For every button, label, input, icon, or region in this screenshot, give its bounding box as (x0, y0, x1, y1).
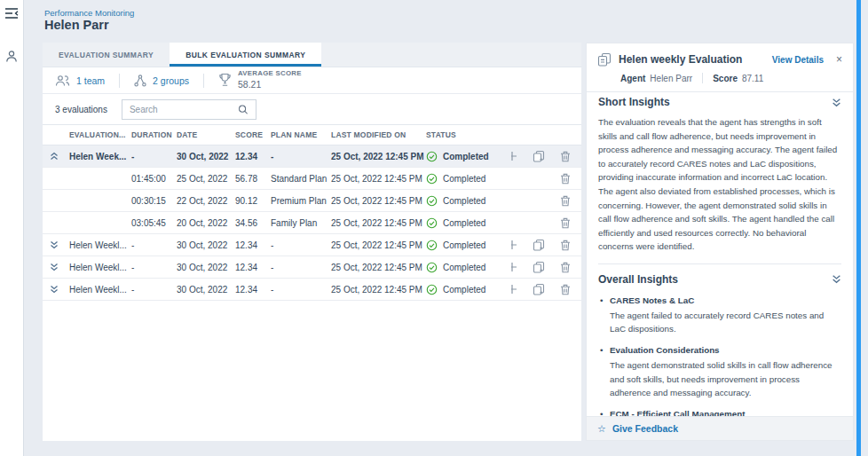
table-row[interactable]: 01:45:00 25 Oct, 2022 56.78 Standard Pla… (43, 168, 581, 190)
status-label: Completed (443, 174, 485, 184)
insight-item: ECM - Efficient Call Management The agen… (598, 409, 841, 416)
delete-evaluation-icon[interactable] (560, 173, 571, 185)
overall-insights-heading: Overall Insights (598, 273, 678, 286)
collapse-menu-icon[interactable] (4, 6, 19, 20)
evaluation-name-cell: Helen Weekl... (69, 263, 131, 272)
last-modified-cell: 25 Oct, 2022 12:45 PM (331, 285, 426, 295)
trophy-icon (218, 73, 232, 87)
duration-cell: - (131, 152, 177, 161)
insight-item-heading: Evaluation Considerations (610, 345, 841, 355)
expand-row-icon[interactable] (50, 240, 59, 249)
tab-bulk-evaluation-summary[interactable]: BULK EVALUATION SUMMARY (170, 43, 321, 67)
insight-item: CARES Notes & LaC The agent failed to ac… (598, 295, 841, 335)
short-insights-heading: Short Insights (598, 96, 670, 108)
status-cell: Completed (426, 284, 511, 295)
status-label: Completed (443, 263, 485, 272)
evaluation-name-cell: Helen Weekl... (69, 240, 131, 250)
main-region: Performance Monitoring Helen Parr EVALUA… (25, 0, 868, 456)
table-row[interactable]: Helen Week... - 30 Oct, 2022 12.34 - 25 … (43, 145, 581, 168)
add-evaluation-icon[interactable] (511, 284, 517, 295)
delete-evaluation-icon[interactable] (560, 240, 571, 251)
duration-cell: - (131, 240, 177, 250)
collapse-overall-insights-icon[interactable] (832, 274, 841, 284)
average-score-value: 58.21 (238, 80, 302, 90)
page-title: Helen Parr (44, 18, 109, 32)
table-row[interactable]: 03:05:45 20 Oct, 2022 34.56 Family Plan … (43, 212, 581, 234)
table-row[interactable]: Helen Weekl... - 30 Oct, 2022 12.34 - 25… (43, 234, 581, 256)
delete-evaluation-icon[interactable] (560, 284, 571, 295)
completed-check-icon (426, 217, 438, 229)
team-icon (55, 75, 70, 87)
last-modified-cell: 25 Oct, 2022 12:45 PM (331, 152, 426, 161)
insight-item-heading: CARES Notes & LaC (610, 295, 841, 305)
delete-evaluation-icon[interactable] (560, 195, 571, 207)
copy-evaluation-icon[interactable] (533, 261, 545, 273)
column-header-date: DATE (177, 130, 235, 139)
vertical-scrollbar[interactable] (856, 0, 861, 456)
collapse-short-insights-icon[interactable] (832, 98, 841, 107)
divider (119, 74, 120, 88)
column-header-last-modified: LAST MODIFIED ON (331, 130, 426, 139)
duration-cell: 01:45:00 (131, 174, 177, 184)
short-insights-text: The evaluation reveals that the agent ha… (598, 115, 841, 254)
table-row[interactable]: 00:30:15 22 Oct, 2022 90.12 Premium Plan… (43, 190, 581, 212)
user-icon[interactable] (4, 49, 19, 63)
score-cell: 90.12 (235, 196, 271, 206)
team-stat[interactable]: 1 team (55, 75, 105, 87)
status-cell: Completed (426, 195, 511, 207)
view-details-link[interactable]: View Details (772, 55, 824, 65)
date-cell: 22 Oct, 2022 (177, 196, 235, 206)
breadcrumb[interactable]: Performance Monitoring (44, 8, 134, 18)
status-label: Completed (443, 152, 489, 161)
star-icon: ☆ (597, 424, 606, 434)
evaluation-count: 3 evaluations (55, 105, 107, 114)
insight-item-heading: ECM - Efficient Call Management (610, 409, 841, 416)
evaluation-card: EVALUATION SUMMARY BULK EVALUATION SUMMA… (43, 43, 581, 441)
plan-name-cell: - (271, 152, 331, 161)
app-root: Performance Monitoring Helen Parr EVALUA… (0, 0, 868, 456)
insights-panel: Helen weekly Evaluation View Details × A… (586, 43, 854, 441)
tab-evaluation-summary[interactable]: EVALUATION SUMMARY (43, 43, 170, 67)
insight-item-body: The agent demonstrated solid skills in c… (610, 358, 841, 399)
last-modified-cell: 25 Oct, 2022 12:45 PM (331, 174, 426, 184)
score-cell: 56.78 (235, 174, 271, 184)
evaluation-title: Helen weekly Evaluation (619, 53, 772, 66)
plan-name-cell: Family Plan (271, 218, 331, 228)
copy-evaluation-icon[interactable] (533, 239, 545, 251)
status-cell: Completed (426, 217, 511, 229)
expand-row-icon[interactable] (50, 263, 59, 271)
copy-evaluation-icon[interactable] (533, 150, 545, 162)
date-cell: 30 Oct, 2022 (177, 152, 235, 161)
delete-evaluation-icon[interactable] (560, 262, 571, 273)
last-modified-cell: 25 Oct, 2022 12:45 PM (331, 263, 426, 272)
groups-stat[interactable]: 2 groups (134, 75, 189, 87)
table-row[interactable]: Helen Weekl... - 30 Oct, 2022 12.34 - 25… (43, 279, 581, 301)
give-feedback-button[interactable]: ☆ Give Feedback (587, 416, 853, 440)
score-cell: 12.34 (235, 263, 271, 272)
insight-item: Evaluation Considerations The agent demo… (598, 345, 841, 399)
delete-evaluation-icon[interactable] (560, 151, 571, 162)
add-evaluation-icon[interactable] (511, 262, 517, 272)
team-stat-label: 1 team (76, 75, 105, 86)
plan-name-cell: Premium Plan (271, 196, 331, 206)
search-input[interactable] (130, 105, 238, 114)
stats-row: 1 team 2 groups (43, 67, 581, 94)
table-header-row: EVALUATION... DURATION DATE SCORE PLAN N… (43, 124, 581, 145)
add-evaluation-icon[interactable] (511, 151, 517, 161)
date-cell: 30 Oct, 2022 (177, 240, 235, 250)
search-icon[interactable] (238, 104, 249, 115)
expand-row-icon[interactable] (50, 285, 59, 294)
delete-evaluation-icon[interactable] (560, 217, 571, 229)
collapse-row-icon[interactable] (50, 152, 59, 161)
table-row[interactable]: Helen Weekl... - 30 Oct, 2022 12.34 - 25… (43, 256, 581, 279)
close-icon[interactable]: × (836, 54, 842, 65)
overall-insights-list: CARES Notes & LaC The agent failed to ac… (598, 295, 841, 416)
add-evaluation-icon[interactable] (511, 240, 517, 250)
status-cell: Completed (426, 240, 511, 251)
insights-panel-header: Helen weekly Evaluation View Details × A… (587, 43, 853, 92)
plan-name-cell: - (271, 240, 331, 250)
date-cell: 30 Oct, 2022 (177, 285, 235, 295)
plan-name-cell: - (271, 285, 331, 295)
score-label: Score (713, 74, 738, 83)
copy-evaluation-icon[interactable] (533, 283, 545, 295)
